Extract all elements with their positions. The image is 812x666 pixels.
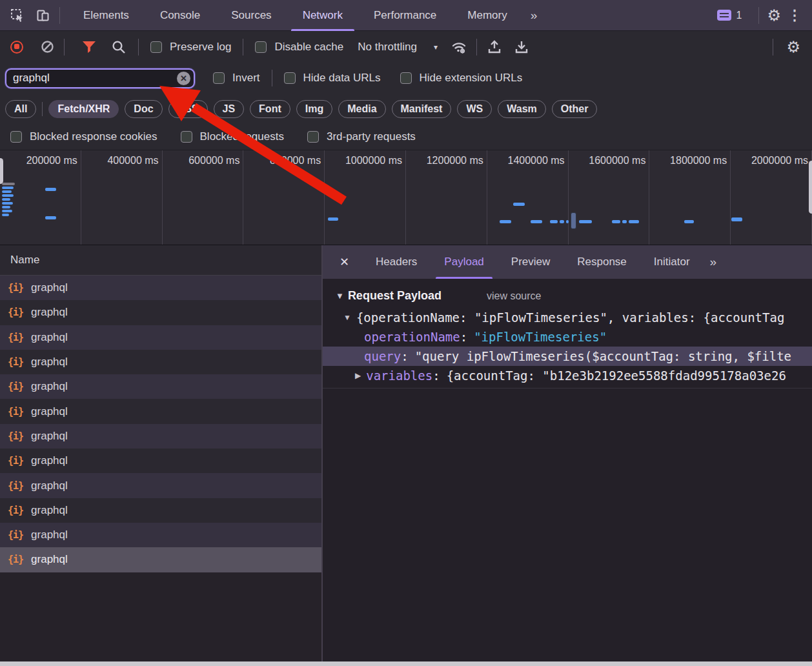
close-detail-icon[interactable]: ✕ — [323, 255, 362, 269]
request-name: graphql — [31, 479, 68, 492]
request-row[interactable]: {i} graphql — [0, 523, 321, 547]
window-bottom-edge — [0, 661, 812, 666]
filter-type-font[interactable]: Font — [250, 100, 290, 118]
network-conditions-icon[interactable] — [451, 39, 467, 56]
expand-object-icon[interactable]: ▶ — [355, 371, 361, 380]
issues-counter[interactable]: 1 — [717, 10, 742, 21]
request-row[interactable]: {i} graphql — [0, 300, 321, 325]
request-row[interactable]: {i} graphql — [0, 325, 321, 350]
throttling-dropdown[interactable]: No throttling ▾ — [358, 41, 438, 54]
divider — [59, 7, 60, 24]
tab-response[interactable]: Response — [563, 245, 640, 279]
filter-type-wasm[interactable]: Wasm — [498, 100, 546, 118]
overview-scrollbar-left[interactable] — [0, 158, 3, 184]
inspect-element-icon[interactable] — [9, 7, 26, 24]
import-har-icon[interactable] — [486, 39, 503, 56]
disable-cache-checkbox[interactable] — [255, 41, 267, 53]
network-settings-gear-icon[interactable]: ⚙ — [786, 39, 800, 55]
payload-content: ▼ Request Payload view source ▼ {operati… — [323, 279, 812, 666]
tab-preview[interactable]: Preview — [498, 245, 563, 279]
filter-type-js[interactable]: JS — [214, 100, 245, 118]
filter-type-other[interactable]: Other — [552, 100, 598, 118]
request-row[interactable]: {i} graphql — [0, 473, 321, 498]
request-name: graphql — [31, 306, 68, 319]
network-activity-bar — [500, 220, 511, 223]
request-row[interactable]: {i} graphql — [0, 374, 321, 399]
more-tabs-icon[interactable]: » — [523, 8, 545, 23]
device-toolbar-icon[interactable] — [35, 7, 52, 24]
hide-data-urls-label: Hide data URLs — [303, 72, 381, 85]
request-name: graphql — [31, 405, 68, 418]
tab-console[interactable]: Console — [145, 0, 216, 31]
filter-type-ws[interactable]: WS — [457, 100, 492, 118]
request-name: graphql — [31, 430, 68, 443]
resource-type-filters: All Fetch/XHR Doc CSS JS Font Img Media … — [0, 94, 812, 124]
fetch-request-icon: {i} — [8, 381, 23, 392]
filter-type-media[interactable]: Media — [338, 100, 385, 118]
filter-type-css[interactable]: CSS — [168, 100, 208, 118]
preserve-log-checkbox[interactable] — [150, 41, 162, 53]
name-column-header[interactable]: Name — [0, 245, 321, 276]
divider — [773, 39, 773, 56]
request-row[interactable]: {i} graphql — [0, 399, 321, 423]
divider — [476, 39, 477, 56]
request-name: graphql — [31, 553, 68, 566]
payload-row-operation-name[interactable]: operationName:"ipFlowTimeseries" — [323, 327, 812, 347]
devtools-window: Elements Console Sources Network Perform… — [0, 0, 812, 666]
tab-headers[interactable]: Headers — [362, 245, 431, 279]
tab-network[interactable]: Network — [287, 0, 358, 31]
payload-summary-line[interactable]: ▼ {operationName: "ipFlowTimeseries", va… — [323, 308, 812, 327]
clear-network-log-icon[interactable] — [41, 41, 54, 53]
overview-bars — [0, 150, 812, 245]
export-har-icon[interactable] — [513, 39, 530, 56]
divider — [64, 39, 65, 56]
request-row[interactable]: {i} graphql — [0, 498, 321, 523]
request-name: graphql — [31, 504, 68, 517]
kebab-menu-icon[interactable]: ⋮ — [781, 7, 812, 24]
filter-type-doc[interactable]: Doc — [125, 100, 162, 118]
search-icon[interactable] — [111, 39, 127, 55]
request-row[interactable]: {i} graphql — [0, 350, 321, 374]
network-overview-timeline[interactable]: 200000 ms 400000 ms 600000 ms 800000 ms … — [0, 150, 812, 245]
request-row[interactable]: {i} graphql — [0, 276, 321, 300]
request-name: graphql — [31, 281, 68, 294]
blocked-response-cookies-checkbox[interactable] — [10, 131, 22, 143]
filter-icon[interactable] — [81, 40, 97, 54]
tab-memory[interactable]: Memory — [452, 0, 522, 31]
invert-checkbox[interactable] — [213, 72, 225, 84]
filter-input[interactable] — [6, 72, 194, 85]
blocked-requests-checkbox[interactable] — [181, 131, 192, 143]
tab-initiator[interactable]: Initiator — [640, 245, 704, 279]
request-name: graphql — [31, 380, 68, 393]
collapse-section-icon[interactable]: ▼ — [336, 291, 344, 301]
request-row[interactable]: {i} graphql — [0, 424, 321, 449]
view-source-link[interactable]: view source — [487, 290, 541, 302]
request-rows: {i} graphql {i} graphql {i} graphql {i} … — [0, 276, 321, 572]
request-row-selected[interactable]: {i} graphql — [0, 547, 321, 572]
tab-performance[interactable]: Performance — [358, 0, 452, 31]
clear-filter-icon[interactable]: ✕ — [177, 72, 190, 85]
more-detail-tabs-icon[interactable]: » — [704, 255, 724, 269]
payload-row-variables[interactable]: ▶ variables:{accountTag: "b12e3b2192ee55… — [323, 366, 812, 385]
payload-row-query-selected[interactable]: query:"query ipFlowTimeseries($accountTa… — [323, 347, 812, 366]
payload-summary-text: {operationName: "ipFlowTimeseries", vari… — [356, 310, 784, 325]
filter-type-all[interactable]: All — [5, 100, 36, 118]
filter-type-manifest[interactable]: Manifest — [392, 100, 452, 118]
invert-label: Invert — [232, 72, 260, 85]
hide-data-urls-checkbox[interactable] — [284, 72, 296, 84]
filter-type-img[interactable]: Img — [296, 100, 332, 118]
fetch-request-icon: {i} — [8, 430, 23, 442]
third-party-requests-checkbox[interactable] — [307, 131, 319, 143]
fetch-request-icon: {i} — [8, 529, 23, 541]
overview-scrollbar-right[interactable] — [809, 161, 812, 214]
third-party-requests-label: 3rd-party requests — [327, 130, 416, 143]
filter-type-fetch-xhr[interactable]: Fetch/XHR — [48, 100, 119, 118]
settings-gear-icon[interactable]: ⚙ — [767, 8, 781, 23]
tab-sources[interactable]: Sources — [216, 0, 287, 31]
hide-extension-urls-checkbox[interactable] — [400, 72, 412, 84]
record-network-log-button[interactable] — [10, 41, 23, 54]
collapse-object-icon[interactable]: ▼ — [343, 313, 351, 322]
tab-elements[interactable]: Elements — [68, 0, 145, 31]
tab-payload[interactable]: Payload — [431, 245, 497, 279]
request-row[interactable]: {i} graphql — [0, 449, 321, 473]
